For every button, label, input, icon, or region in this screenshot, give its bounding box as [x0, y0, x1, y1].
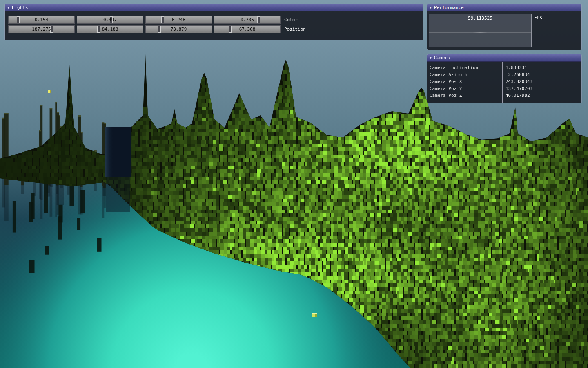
collapse-triangle-icon[interactable]: ▼ [7, 4, 9, 11]
camera-panel: ▼ Camera Camera Inclination 1.838331 Cam… [427, 54, 581, 103]
camera-row-value[interactable]: 243.820343 [502, 78, 581, 85]
performance-panel-title: Performance [434, 4, 464, 11]
camera-row-value[interactable]: 1.838331 [502, 64, 581, 71]
camera-row-inclination: Camera Inclination 1.838331 [427, 64, 581, 71]
camera-row-pos-y: Camera Poz_Y 137.470703 [427, 85, 581, 92]
camera-row-azimuth: Camera Azimuth -2.260834 [427, 71, 581, 78]
light-position-slider-4[interactable]: 67.368 [214, 25, 281, 33]
camera-row-pos-x: Camera Pos_X 243.820343 [427, 78, 581, 85]
fps-unit-label: FPS [534, 15, 542, 20]
performance-panel-titlebar[interactable]: ▼ Performance [427, 4, 581, 11]
performance-panel: ▼ Performance 59.113525 FPS [427, 4, 581, 50]
camera-row-pos-z: Camera Poz_Z 46.017982 [427, 92, 581, 99]
camera-panel-separator [502, 62, 503, 103]
camera-row-value[interactable]: 46.017982 [502, 92, 581, 99]
lights-panel-titlebar[interactable]: ▼ Lights [5, 4, 423, 11]
camera-row-label: Camera Poz_Z [427, 92, 502, 99]
camera-row-label: Camera Inclination [427, 64, 502, 71]
slider-value: 187.275 [9, 26, 74, 33]
lights-position-label: Position [283, 25, 306, 33]
lights-row-position: 187.275 84.188 73.879 67.368 Position [8, 25, 420, 33]
fps-graph: 59.113525 [429, 14, 532, 47]
collapse-triangle-icon[interactable]: ▼ [430, 54, 432, 62]
camera-row-value[interactable]: 137.470703 [502, 85, 581, 92]
fps-value: 59.113525 [429, 16, 531, 21]
light-color-slider-4[interactable]: 0.705 [214, 16, 281, 24]
lights-color-label: Color [283, 16, 298, 24]
slider-value: 0.248 [146, 16, 212, 23]
light-position-slider-2[interactable]: 84.188 [77, 25, 143, 33]
camera-row-value[interactable]: -2.260834 [502, 71, 581, 78]
camera-panel-body: Camera Inclination 1.838331 Camera Azimu… [427, 62, 581, 103]
light-color-slider-1[interactable]: 0.154 [8, 16, 75, 24]
lights-row-color: 0.154 0.497 0.248 0.705 Color [8, 16, 420, 24]
slider-value: 73.879 [146, 26, 212, 33]
slider-value: 0.497 [77, 16, 143, 23]
light-color-slider-3[interactable]: 0.248 [145, 16, 212, 24]
light-position-slider-1[interactable]: 187.275 [8, 25, 75, 33]
performance-panel-body: 59.113525 FPS [427, 11, 581, 50]
lights-panel-body: 0.154 0.497 0.248 0.705 Color 187.275 [5, 11, 423, 40]
camera-panel-titlebar[interactable]: ▼ Camera [427, 54, 581, 62]
camera-row-label: Camera Poz_Y [427, 85, 502, 92]
light-position-slider-3[interactable]: 73.879 [145, 25, 212, 33]
camera-panel-title: Camera [434, 54, 450, 62]
camera-row-label: Camera Pos_X [427, 78, 502, 85]
light-color-slider-2[interactable]: 0.497 [77, 16, 143, 24]
camera-row-label: Camera Azimuth [427, 71, 502, 78]
slider-value: 0.154 [9, 16, 74, 23]
slider-value: 67.368 [214, 26, 280, 33]
slider-value: 84.188 [77, 26, 143, 33]
slider-value: 0.705 [214, 16, 280, 23]
collapse-triangle-icon[interactable]: ▼ [430, 4, 432, 11]
lights-panel: ▼ Lights 0.154 0.497 0.248 0.705 Color [5, 4, 423, 40]
lights-panel-title: Lights [12, 4, 28, 11]
